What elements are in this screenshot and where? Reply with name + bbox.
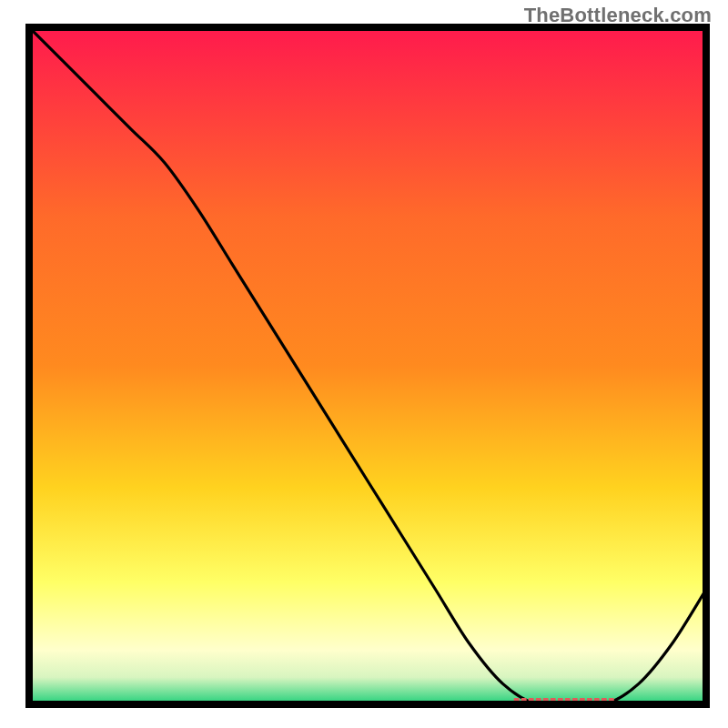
bottleneck-chart xyxy=(0,0,728,728)
chart-container: TheBottleneck.com xyxy=(0,0,728,728)
